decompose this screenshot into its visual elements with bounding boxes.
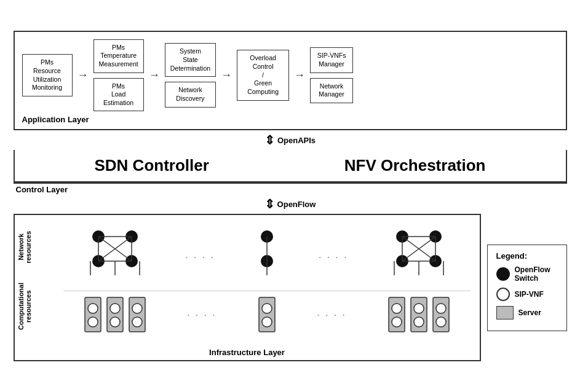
nfv-orchestration-label: NFV Orchestration xyxy=(344,156,486,175)
topo-group-1 xyxy=(81,227,149,286)
servers-group-3 xyxy=(387,296,450,333)
block-network-mgr: NetworkManager xyxy=(310,78,353,103)
server-3 xyxy=(128,296,146,333)
server-1 xyxy=(84,296,102,333)
arrow-3: → xyxy=(221,69,232,82)
control-layer-label: Control Layer xyxy=(14,182,567,194)
block-pms-resource: PMsResourceUtilizationMonitoring xyxy=(22,54,73,96)
svg-point-38 xyxy=(132,317,142,327)
infra-layer-box: Networkresources Computationalresources xyxy=(14,214,481,361)
svg-point-31 xyxy=(88,304,98,313)
svg-point-32 xyxy=(88,317,98,327)
infra-side-labels: Networkresources Computationalresources xyxy=(15,215,55,345)
app-layer-label: Application Layer xyxy=(22,115,558,124)
svg-point-49 xyxy=(436,304,446,313)
dots-1: · · · · xyxy=(185,252,215,262)
sub-col-state-discovery: SystemStateDetermination NetworkDiscover… xyxy=(165,43,216,107)
infra-wrapper: Networkresources Computationalresources xyxy=(14,214,567,361)
servers-group-2 xyxy=(258,296,276,333)
network-resources-label: Networkresources xyxy=(17,231,52,264)
openflow-switch-icon xyxy=(496,267,510,281)
svg-point-37 xyxy=(132,304,142,313)
dots-3: · · · · xyxy=(187,310,217,319)
server-7 xyxy=(432,296,450,333)
server-6 xyxy=(410,296,428,333)
legend-box: Legend: OpenFlowSwitch SIP-VNF Server xyxy=(487,245,567,331)
sip-vnf-icon xyxy=(496,288,510,301)
app-layer-box: PMsResourceUtilizationMonitoring → PMsTe… xyxy=(14,31,567,131)
server-2 xyxy=(106,296,124,333)
svg-point-34 xyxy=(110,304,120,313)
computational-resources-label: Computationalresources xyxy=(17,283,52,330)
svg-point-44 xyxy=(392,317,402,327)
legend-title: Legend: xyxy=(496,251,558,261)
infra-inner: Networkresources Computationalresources xyxy=(15,215,480,345)
sub-col-vnf-mgr: SIP-VNFsManager NetworkManager xyxy=(310,47,353,103)
infra-layer-label: Infrastructure Layer xyxy=(15,345,480,359)
sip-vnf-label: SIP-VNF xyxy=(515,290,544,299)
control-layer-box: SDN Controller NFV Orchestration xyxy=(14,150,567,182)
server-label: Server xyxy=(518,308,541,317)
sub-col-temp-load: PMsTemperatureMeasurement PMsLoadEstimat… xyxy=(93,39,144,112)
svg-point-43 xyxy=(392,304,402,313)
openapis-label: OpenAPIs xyxy=(277,136,316,145)
svg-point-46 xyxy=(414,304,424,313)
block-pms-temp: PMsTemperatureMeasurement xyxy=(93,39,144,73)
arrow-1: → xyxy=(77,69,89,82)
block-overload: OverloadControl/GreenComputing xyxy=(237,50,289,100)
legend-openflow-switch: OpenFlowSwitch xyxy=(496,265,558,283)
openflow-row: ⇕ OpenFlow xyxy=(14,194,567,214)
legend-sip-vnf: SIP-VNF xyxy=(496,288,558,301)
arrow-2: → xyxy=(149,69,160,82)
topo-group-2 xyxy=(252,227,282,286)
server-icon xyxy=(496,306,514,319)
svg-point-50 xyxy=(436,317,446,327)
dots-4: · · · · xyxy=(317,310,346,319)
svg-point-35 xyxy=(110,317,120,327)
topo-group-3 xyxy=(385,227,453,286)
svg-point-40 xyxy=(262,304,272,313)
app-layer-inner: PMsResourceUtilizationMonitoring → PMsTe… xyxy=(22,39,558,112)
server-4 xyxy=(258,296,276,333)
svg-point-41 xyxy=(262,317,272,327)
sdn-controller-label: SDN Controller xyxy=(94,156,209,175)
dots-2: · · · · xyxy=(319,252,348,262)
server-5 xyxy=(387,296,406,333)
openapis-row: ⇕ OpenAPIs xyxy=(14,130,567,150)
legend-server: Server xyxy=(496,306,558,319)
svg-point-47 xyxy=(414,317,424,327)
openflow-arrow: ⇕ xyxy=(264,197,275,211)
arrow-4: → xyxy=(294,69,305,82)
block-pms-load: PMsLoadEstimation xyxy=(93,78,144,112)
block-sip-vnfs: SIP-VNFsManager xyxy=(310,47,353,73)
block-system-state: SystemStateDetermination xyxy=(165,43,216,77)
servers-group-1 xyxy=(84,296,146,333)
openflow-switch-label: OpenFlowSwitch xyxy=(515,265,550,283)
block-network-discovery: NetworkDiscovery xyxy=(165,82,216,107)
openapis-arrow: ⇕ xyxy=(264,133,275,147)
openflow-label: OpenFlow xyxy=(277,200,316,209)
diagram-container: PMsResourceUtilizationMonitoring → PMsTe… xyxy=(7,25,573,368)
